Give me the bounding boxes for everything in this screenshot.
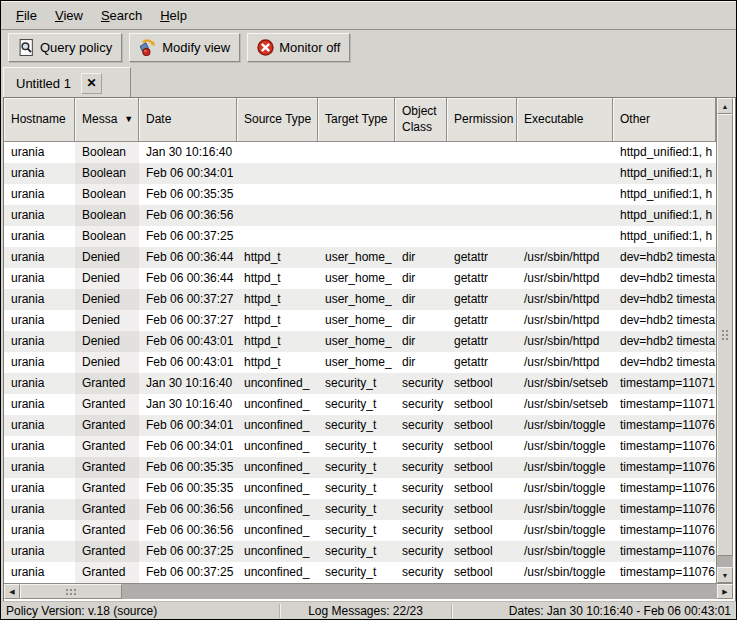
- table-row[interactable]: urania Boolean Feb 06 00:36:56 httpd_uni…: [4, 205, 716, 226]
- cell-permission: [447, 184, 517, 205]
- cell-executable: /usr/sbin/setseb: [517, 394, 613, 415]
- table-row[interactable]: urania Granted Feb 06 00:34:01 unconfine…: [4, 436, 716, 457]
- cell-executable: /usr/sbin/toggle: [517, 541, 613, 562]
- query-policy-button[interactable]: Query policy: [8, 33, 122, 62]
- cell-permission: getattr: [447, 268, 517, 289]
- cell-object-class: dir: [395, 331, 447, 352]
- cell-target-type: user_home_: [318, 331, 395, 352]
- menu-file[interactable]: File: [7, 4, 46, 27]
- cell-object-class: dir: [395, 268, 447, 289]
- modify-view-label: Modify view: [162, 40, 230, 55]
- menu-search[interactable]: Search: [92, 4, 151, 27]
- table-row[interactable]: urania Granted Jan 30 10:16:40 unconfine…: [4, 373, 716, 394]
- cell-object-class: dir: [395, 310, 447, 331]
- cell-message: Granted: [75, 499, 139, 520]
- table-row[interactable]: urania Granted Feb 06 00:34:01 unconfine…: [4, 415, 716, 436]
- thumb-grip: [66, 589, 68, 591]
- column-header-executable[interactable]: Executable: [517, 98, 613, 142]
- cell-permission: setbool: [447, 436, 517, 457]
- cell-source-type: httpd_t: [237, 247, 318, 268]
- cell-executable: /usr/sbin/httpd: [517, 268, 613, 289]
- column-label: Target Type: [325, 112, 387, 128]
- column-header-message[interactable]: Messa▼: [75, 98, 139, 142]
- cell-executable: /usr/sbin/setseb: [517, 373, 613, 394]
- cell-other: timestamp=11076: [613, 415, 716, 436]
- log-messages-status: Log Messages: 22/23: [279, 604, 451, 618]
- cell-date: Feb 06 00:36:44: [139, 268, 237, 289]
- table-row[interactable]: urania Granted Feb 06 00:36:56 unconfine…: [4, 520, 716, 541]
- cell-message: Granted: [75, 541, 139, 562]
- cell-hostname: urania: [4, 415, 75, 436]
- scroll-up-button[interactable]: ▲: [717, 98, 733, 114]
- tab-close-button[interactable]: ✕: [81, 73, 102, 94]
- table-row[interactable]: urania Granted Feb 06 00:36:56 unconfine…: [4, 499, 716, 520]
- scroll-left-button[interactable]: ◀: [4, 584, 20, 599]
- tab-untitled-1[interactable]: Untitled 1 ✕: [3, 67, 131, 98]
- column-header-other[interactable]: Other: [613, 98, 716, 142]
- monitor-off-label: Monitor off: [279, 40, 340, 55]
- vertical-scrollbar[interactable]: ▲ ▼: [716, 98, 733, 583]
- cell-message: Boolean: [75, 163, 139, 184]
- column-header-target-type[interactable]: Target Type: [318, 98, 395, 142]
- monitor-off-button[interactable]: Monitor off: [247, 33, 350, 62]
- table-row[interactable]: urania Denied Feb 06 00:36:44 httpd_t us…: [4, 268, 716, 289]
- column-header-permission[interactable]: Permission: [447, 98, 517, 142]
- cell-executable: [517, 142, 613, 163]
- table-row[interactable]: urania Granted Jan 30 10:16:40 unconfine…: [4, 394, 716, 415]
- cell-other: timestamp=11071: [613, 373, 716, 394]
- log-table: Hostname Messa▼ Date Source Type Target …: [3, 97, 736, 602]
- cell-other: httpd_unified:1, h: [613, 226, 716, 247]
- column-header-source-type[interactable]: Source Type: [237, 98, 318, 142]
- cell-source-type: [237, 142, 318, 163]
- cell-permission: [447, 142, 517, 163]
- table-row[interactable]: urania Granted Feb 06 00:37:25 unconfine…: [4, 562, 716, 583]
- menu-file-mnemonic: F: [16, 8, 24, 23]
- table-row[interactable]: urania Denied Feb 06 00:43:01 httpd_t us…: [4, 352, 716, 373]
- cell-target-type: security_t: [318, 520, 395, 541]
- horizontal-scrollbar[interactable]: ◀ ▶: [4, 583, 733, 599]
- cell-permission: setbool: [447, 373, 517, 394]
- cell-other: timestamp=11071: [613, 394, 716, 415]
- table-row[interactable]: urania Granted Feb 06 00:37:25 unconfine…: [4, 541, 716, 562]
- modify-view-button[interactable]: Modify view: [129, 33, 240, 62]
- cell-hostname: urania: [4, 373, 75, 394]
- horizontal-scrollbar-thumb[interactable]: [20, 584, 122, 599]
- arrow-down-icon: ▼: [722, 572, 729, 579]
- table-row[interactable]: urania Denied Feb 06 00:37:27 httpd_t us…: [4, 289, 716, 310]
- scroll-right-button[interactable]: ▶: [717, 584, 733, 599]
- scroll-down-button[interactable]: ▼: [717, 567, 733, 583]
- cell-source-type: httpd_t: [237, 352, 318, 373]
- table-body: urania Boolean Jan 30 10:16:40 httpd_uni…: [4, 142, 716, 583]
- vertical-scrollbar-trough[interactable]: [717, 556, 733, 567]
- cell-date: Jan 30 10:16:40: [139, 373, 237, 394]
- table-row[interactable]: urania Denied Feb 06 00:37:27 httpd_t us…: [4, 310, 716, 331]
- column-header-object-class[interactable]: Object Class: [395, 98, 447, 142]
- tab-label: Untitled 1: [16, 76, 71, 91]
- cell-executable: [517, 205, 613, 226]
- table-row[interactable]: urania Boolean Feb 06 00:35:35 httpd_uni…: [4, 184, 716, 205]
- query-policy-icon: [18, 39, 35, 56]
- table-row[interactable]: urania Boolean Feb 06 00:37:25 httpd_uni…: [4, 226, 716, 247]
- vertical-scrollbar-thumb[interactable]: [717, 114, 733, 556]
- column-header-hostname[interactable]: Hostname: [4, 98, 75, 142]
- table-row[interactable]: urania Granted Feb 06 00:35:35 unconfine…: [4, 478, 716, 499]
- menu-help[interactable]: Help: [151, 4, 196, 27]
- cell-source-type: unconfined_: [237, 373, 318, 394]
- cell-source-type: httpd_t: [237, 310, 318, 331]
- cell-source-type: [237, 205, 318, 226]
- cell-other: httpd_unified:1, h: [613, 184, 716, 205]
- table-row[interactable]: urania Denied Feb 06 00:43:01 httpd_t us…: [4, 331, 716, 352]
- table-row[interactable]: urania Granted Feb 06 00:35:35 unconfine…: [4, 457, 716, 478]
- cell-source-type: unconfined_: [237, 520, 318, 541]
- table-row[interactable]: urania Boolean Jan 30 10:16:40 httpd_uni…: [4, 142, 716, 163]
- table-row[interactable]: urania Boolean Feb 06 00:34:01 httpd_uni…: [4, 163, 716, 184]
- column-header-date[interactable]: Date: [139, 98, 237, 142]
- cell-object-class: [395, 226, 447, 247]
- horizontal-scrollbar-trough[interactable]: [122, 584, 717, 599]
- menu-search-label: earch: [110, 8, 143, 23]
- cell-hostname: urania: [4, 562, 75, 583]
- menu-view[interactable]: View: [46, 4, 92, 27]
- cell-permission: setbool: [447, 541, 517, 562]
- cell-message: Boolean: [75, 142, 139, 163]
- table-row[interactable]: urania Denied Feb 06 00:36:44 httpd_t us…: [4, 247, 716, 268]
